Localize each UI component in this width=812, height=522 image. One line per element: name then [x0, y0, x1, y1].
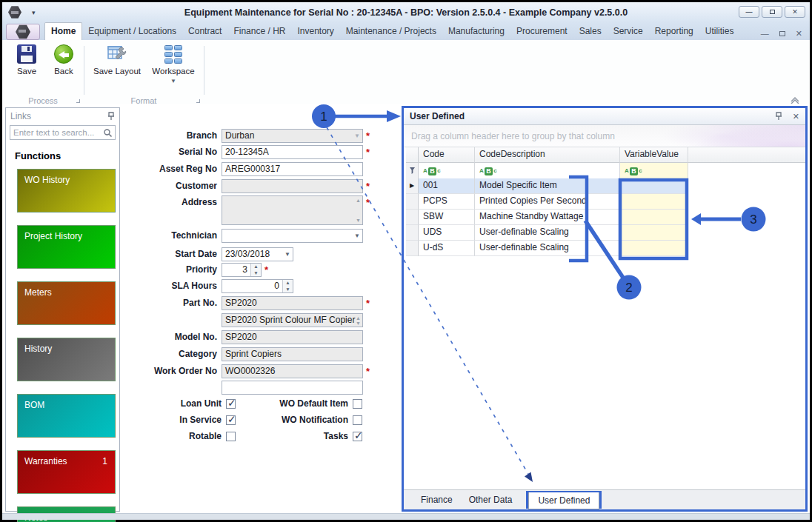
process-dialog-launcher-icon[interactable]: [76, 99, 80, 103]
close-button[interactable]: ✕: [785, 6, 805, 18]
tab-maintenance-projects[interactable]: Maintenance / Projects: [340, 23, 442, 40]
close-panel-icon[interactable]: ✕: [793, 113, 799, 121]
wo-default-item-checkbox[interactable]: ✓: [353, 399, 362, 409]
search-input[interactable]: [10, 128, 103, 137]
group-by-panel[interactable]: Drag a column header here to group by th…: [404, 125, 805, 147]
meters-button[interactable]: Meters: [17, 281, 116, 325]
sla-hours-stepper[interactable]: 0 ▲▼: [222, 279, 293, 293]
back-icon: [54, 44, 73, 64]
priority-stepper[interactable]: 3 ▲▼: [222, 263, 262, 277]
work-order-description-field[interactable]: [222, 381, 363, 395]
column-header-variablevalue[interactable]: VariableValue: [620, 147, 688, 163]
scroll-up-icon[interactable]: ▲: [356, 315, 361, 321]
serial-no-field[interactable]: 20-12345A: [222, 145, 363, 159]
tab-utilities[interactable]: Utilities: [699, 23, 740, 40]
save-layout-button[interactable]: Save Layout: [91, 44, 143, 90]
tab-home[interactable]: Home: [44, 22, 82, 40]
in-service-checkbox[interactable]: ✓: [226, 415, 236, 425]
column-header-code[interactable]: Code: [419, 147, 475, 163]
asset-reg-no-field[interactable]: AREG000317: [222, 162, 363, 176]
work-order-no-field[interactable]: WO0002326: [222, 364, 363, 378]
history-button[interactable]: History: [17, 338, 116, 381]
save-button[interactable]: Save: [8, 44, 45, 90]
spin-up-icon[interactable]: ▲: [253, 264, 258, 269]
minimize-button[interactable]: —: [739, 6, 759, 18]
start-date-picker[interactable]: 23/03/2018 ▼: [222, 247, 293, 261]
tab-sales[interactable]: Sales: [573, 23, 608, 40]
main-content: Links Functions WO History Project Histo…: [2, 104, 810, 513]
required-marker: *: [366, 195, 370, 210]
scroll-down-icon[interactable]: ▼: [356, 321, 361, 326]
filter-cell-code[interactable]: ABc: [419, 163, 475, 179]
variable-value-cell[interactable]: [620, 225, 688, 241]
tab-user-defined[interactable]: User Defined: [528, 492, 599, 509]
user-defined-caption-bar: User Defined ✕: [404, 108, 805, 125]
technician-select[interactable]: ▼: [222, 229, 363, 243]
mdi-close-icon[interactable]: ✕: [796, 30, 802, 37]
wo-history-button[interactable]: WO History: [17, 169, 116, 213]
part-no-field[interactable]: SP2020: [222, 296, 363, 310]
format-dialog-launcher-icon[interactable]: [196, 99, 200, 103]
filter-cell-variablevalue[interactable]: ABc: [620, 163, 688, 179]
spin-up-icon[interactable]: ▲: [285, 281, 290, 285]
tasks-checkbox[interactable]: ✓: [353, 432, 362, 441]
table-row[interactable]: UDS User-definable Scaling: [406, 225, 805, 241]
in-service-label: In Service: [121, 415, 222, 425]
application-button[interactable]: [6, 24, 40, 40]
variable-value-cell[interactable]: [620, 194, 688, 210]
tab-finance[interactable]: Finance: [413, 492, 461, 508]
back-button[interactable]: Back: [45, 44, 82, 90]
branch-select[interactable]: Durban ▼: [222, 129, 363, 143]
app-window: ▾ Equipment Maintenance for Serial No : …: [0, 0, 812, 522]
asset-reg-no-label: Asset Reg No: [121, 162, 222, 176]
filter-cell-codedescription[interactable]: ABc: [475, 163, 620, 179]
tab-contract[interactable]: Contract: [182, 23, 227, 40]
required-marker: *: [264, 263, 268, 277]
spin-down-icon[interactable]: ▼: [285, 287, 290, 292]
loan-unit-checkbox[interactable]: ✓: [226, 399, 236, 409]
column-header-codedescription[interactable]: CodeDescription: [475, 147, 620, 163]
workspace-button[interactable]: Workspace ▼: [147, 44, 199, 90]
scroll-down-icon[interactable]: ▼: [356, 218, 361, 223]
search-icon[interactable]: [103, 128, 113, 138]
part-description-field[interactable]: SP2020 Sprint Colour MF Copier ▲▼: [222, 313, 363, 327]
tab-inventory[interactable]: Inventory: [291, 23, 339, 40]
warranties-button[interactable]: Warranties 1: [17, 450, 116, 494]
variable-value-cell[interactable]: [620, 241, 688, 256]
status-bar: [2, 513, 810, 520]
maximize-button[interactable]: [762, 6, 782, 18]
collapse-ribbon-icon[interactable]: [789, 95, 801, 104]
tab-manufacturing[interactable]: Manufacturing: [442, 23, 510, 40]
links-search-box: [10, 125, 116, 140]
rotable-checkbox[interactable]: ✓: [226, 432, 236, 441]
pin-icon[interactable]: [775, 112, 782, 121]
tab-service[interactable]: Service: [608, 23, 649, 40]
pin-icon[interactable]: [107, 112, 115, 121]
tab-finance-hr[interactable]: Finance / HR: [227, 23, 291, 40]
address-field[interactable]: ▲▼: [222, 195, 363, 225]
category-field[interactable]: Sprint Copiers: [222, 347, 363, 361]
tab-equipment-locations[interactable]: Equipment / Locations: [82, 23, 182, 40]
tab-procurement[interactable]: Procurement: [510, 23, 573, 40]
wo-notification-checkbox[interactable]: ✓: [353, 415, 362, 425]
customer-field[interactable]: [222, 179, 363, 193]
tab-reporting[interactable]: Reporting: [649, 23, 699, 40]
table-row[interactable]: U-dS User-definable Scaling: [406, 241, 805, 256]
variable-value-cell[interactable]: [620, 210, 688, 225]
spin-down-icon[interactable]: ▼: [253, 271, 258, 275]
bom-button[interactable]: BOM: [17, 394, 116, 438]
required-marker: *: [366, 145, 370, 159]
category-label: Category: [121, 347, 222, 361]
table-row[interactable]: PCPS Printed Copies Per Second: [406, 194, 805, 210]
wo-notification-label: WO Notification: [254, 415, 348, 425]
mdi-restore-icon[interactable]: [779, 31, 785, 36]
table-row[interactable]: ▶ 001 Model Specific Item: [406, 178, 805, 194]
table-row[interactable]: SBW Machine Standby Wattage: [406, 210, 805, 225]
project-history-button[interactable]: Project History: [17, 225, 116, 269]
model-no-field[interactable]: SP2020: [222, 330, 363, 344]
scroll-up-icon[interactable]: ▲: [356, 198, 361, 203]
mdi-minimize-icon[interactable]: —: [761, 30, 769, 37]
tab-other-data[interactable]: Other Data: [461, 492, 521, 508]
grid-header-row: Code CodeDescription VariableValue: [406, 147, 805, 163]
variable-value-cell[interactable]: [620, 178, 688, 194]
